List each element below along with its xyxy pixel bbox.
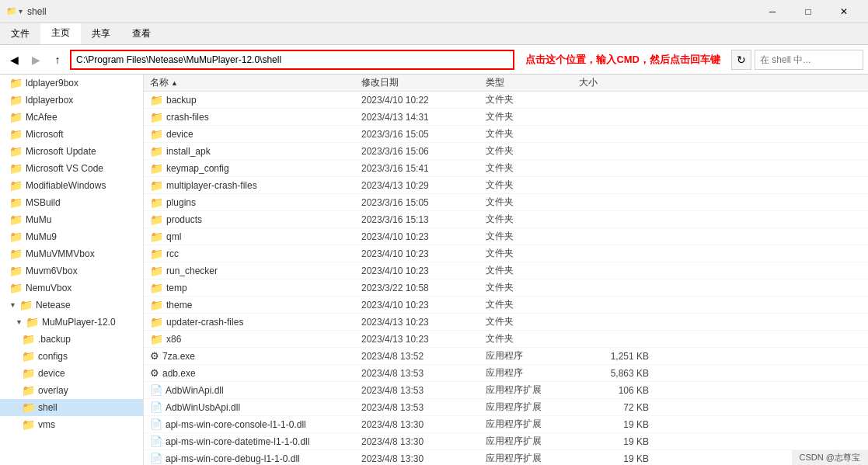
sidebar-item-microsoft-update[interactable]: 📁 Microsoft Update — [0, 143, 143, 160]
minimize-button[interactable]: ─ — [755, 0, 790, 23]
file-name: AdbWinApi.dll — [166, 385, 224, 396]
file-row[interactable]: 📁 keymap_config 2023/3/16 15:41 文件夹 — [144, 160, 868, 177]
file-name: device — [166, 129, 193, 140]
file-type: 应用程序扩展 — [486, 401, 579, 414]
sidebar-item-configs[interactable]: 📁 configs — [0, 348, 143, 365]
file-type: 应用程序扩展 — [486, 418, 579, 431]
sidebar-item-netease[interactable]: ▼ 📁 Netease — [0, 297, 143, 314]
file-name: api-ms-win-core-datetime-l1-1-0.dll — [166, 436, 309, 447]
folder-icon: 📁 — [150, 94, 163, 106]
ribbon-tab-file[interactable]: 文件 — [0, 23, 40, 44]
file-list: 名称 ▲ 修改日期 类型 大小 📁 backup 2023/4/10 10:22… — [144, 75, 868, 465]
address-annotation: 点击这个位置，输入CMD，然后点击回车键 — [518, 53, 728, 67]
expand-icon: ▼ — [16, 318, 23, 326]
file-name: api-ms-win-core-console-l1-1-0.dll — [166, 419, 306, 430]
file-row[interactable]: 📁 run_checker 2023/4/10 10:23 文件夹 — [144, 262, 868, 279]
address-input[interactable] — [70, 50, 514, 70]
sidebar-item-overlay[interactable]: 📁 overlay — [0, 382, 143, 399]
sidebar-item-nemuvbox[interactable]: 📁 NemuVbox — [0, 279, 143, 297]
folder-icon: 📁 — [9, 265, 23, 277]
file-row[interactable]: 📁 device 2023/3/16 15:05 文件夹 — [144, 126, 868, 143]
folder-icon: 📁 — [150, 213, 163, 226]
header-name[interactable]: 名称 ▲ — [144, 76, 361, 89]
file-type: 文件夹 — [486, 161, 579, 175]
title-bar-text: shell — [27, 6, 47, 17]
search-input[interactable] — [755, 50, 863, 70]
file-row[interactable]: 📁 x86 2023/4/13 10:23 文件夹 — [144, 331, 868, 348]
sort-icon: ▲ — [171, 79, 178, 87]
forward-button[interactable]: ▶ — [26, 50, 45, 69]
file-row[interactable]: 📄 api-ms-win-core-debug-l1-1-0.dll 2023/… — [144, 450, 868, 465]
file-row[interactable]: 📁 temp 2023/3/22 10:58 文件夹 — [144, 279, 868, 297]
file-date: 2023/4/13 14:31 — [361, 112, 486, 123]
folder-icon: 📁 — [150, 282, 163, 294]
folder-icon: 📁 — [150, 333, 163, 345]
file-row[interactable]: 📄 AdbWinApi.dll 2023/4/8 13:53 应用程序扩展 10… — [144, 382, 868, 399]
file-row[interactable]: 📁 theme 2023/4/10 10:23 文件夹 — [144, 297, 868, 314]
file-row[interactable]: ⚙ 7za.exe 2023/4/8 13:52 应用程序 1,251 KB — [144, 348, 868, 365]
folder-icon: 📁 — [22, 367, 35, 380]
sidebar-item-device[interactable]: 📁 device — [0, 365, 143, 382]
file-name: qml — [166, 231, 181, 242]
file-row[interactable]: 📁 install_apk 2023/3/16 15:06 文件夹 — [144, 143, 868, 160]
sidebar-item-mcafee[interactable]: 📁 McAfee — [0, 109, 143, 126]
ribbon-tab-view[interactable]: 查看 — [121, 23, 162, 44]
file-row[interactable]: ⚙ adb.exe 2023/4/8 13:53 应用程序 5,863 KB — [144, 365, 868, 382]
ribbon-tab-home[interactable]: 主页 — [40, 23, 81, 44]
header-type[interactable]: 类型 — [486, 76, 579, 89]
file-name: plugins — [166, 197, 196, 208]
close-button[interactable]: ✕ — [826, 0, 862, 23]
sidebar-item-vscode[interactable]: 📁 Microsoft VS Code — [0, 160, 143, 177]
sidebar-item-mumuplayer[interactable]: ▼ 📁 MuMuPlayer-12.0 — [0, 314, 143, 331]
sidebar-item-mumu9[interactable]: 📁 MuMu9 — [0, 228, 143, 245]
sidebar-item-backup[interactable]: 📁 .backup — [0, 331, 143, 348]
sidebar-item-vms[interactable]: 📁 vms — [0, 416, 143, 433]
folder-icon: 📁 — [19, 299, 33, 311]
folder-icon: 📁 — [9, 179, 23, 192]
file-row[interactable]: 📄 AdbWinUsbApi.dll 2023/4/8 13:53 应用程序扩展… — [144, 399, 868, 416]
file-row[interactable]: 📁 multiplayer-crash-files 2023/4/13 10:2… — [144, 177, 868, 194]
sidebar-item-microsoft[interactable]: 📁 Microsoft — [0, 126, 143, 143]
folder-icon: 📁 — [150, 145, 163, 158]
header-size[interactable]: 大小 — [579, 76, 657, 89]
sidebar-item-shell[interactable]: 📁 shell — [0, 399, 143, 416]
file-name: products — [166, 214, 202, 225]
file-row[interactable]: 📄 api-ms-win-core-datetime-l1-1-0.dll 20… — [144, 433, 868, 450]
file-row[interactable]: 📁 backup 2023/4/10 10:22 文件夹 — [144, 92, 868, 109]
file-name: theme — [166, 300, 192, 311]
file-date: 2023/4/8 13:30 — [361, 453, 486, 464]
sidebar-item-modifiable[interactable]: 📁 ModifiableWindows — [0, 177, 143, 194]
file-row[interactable]: 📁 plugins 2023/3/16 15:05 文件夹 — [144, 194, 868, 211]
file-type: 应用程序 — [486, 366, 579, 380]
folder-icon: 📁 — [9, 94, 23, 106]
sidebar-item-ldplayerbox[interactable]: 📁 ldplayerbox — [0, 92, 143, 109]
file-row[interactable]: 📁 updater-crash-files 2023/4/13 10:23 文件… — [144, 314, 868, 331]
dll-icon: 📄 — [150, 453, 162, 464]
file-name: x86 — [166, 334, 181, 345]
file-row[interactable]: 📁 rcc 2023/4/10 10:23 文件夹 — [144, 245, 868, 262]
folder-icon: 📁 — [150, 128, 163, 141]
back-button[interactable]: ◀ — [5, 50, 23, 69]
sidebar-item-ldplayer9box[interactable]: 📁 ldplayer9box — [0, 75, 143, 92]
folder-icon: 📁 — [9, 77, 23, 89]
file-row[interactable]: 📁 qml 2023/4/10 10:23 文件夹 — [144, 228, 868, 245]
refresh-button[interactable]: ↻ — [731, 50, 751, 70]
file-date: 2023/3/16 15:06 — [361, 146, 486, 157]
file-size: 19 KB — [579, 453, 657, 464]
sidebar-item-muvm6vbox[interactable]: 📁 Muvm6Vbox — [0, 262, 143, 279]
ribbon-tab-share[interactable]: 共享 — [81, 23, 121, 44]
file-list-header: 名称 ▲ 修改日期 类型 大小 — [144, 75, 868, 92]
sidebar-item-msbuild[interactable]: 📁 MSBuild — [0, 194, 143, 211]
header-date[interactable]: 修改日期 — [361, 76, 486, 89]
up-button[interactable]: ↑ — [48, 50, 67, 69]
file-date: 2023/4/10 10:23 — [361, 231, 486, 242]
file-row[interactable]: 📁 crash-files 2023/4/13 14:31 文件夹 — [144, 109, 868, 126]
file-size: 106 KB — [579, 385, 657, 396]
maximize-button[interactable]: □ — [790, 0, 826, 23]
sidebar-item-mumuvmmvbox[interactable]: 📁 MuMuVMMVbox — [0, 245, 143, 262]
sidebar-item-mumu[interactable]: 📁 MuMu — [0, 211, 143, 228]
file-row[interactable]: 📁 products 2023/3/16 15:13 文件夹 — [144, 211, 868, 228]
folder-icon: 📁 — [150, 316, 163, 328]
file-row[interactable]: 📄 api-ms-win-core-console-l1-1-0.dll 202… — [144, 416, 868, 433]
file-type: 文件夹 — [486, 213, 579, 226]
